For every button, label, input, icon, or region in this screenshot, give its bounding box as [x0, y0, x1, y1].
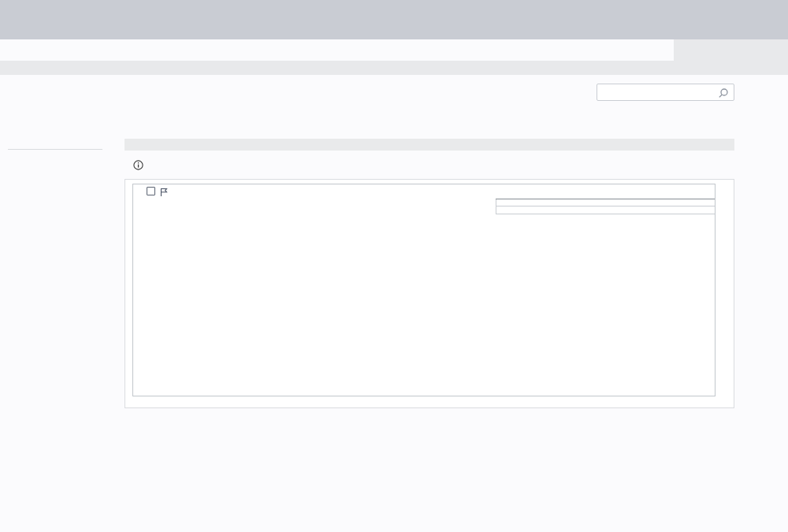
- gantt-webpart: [132, 184, 716, 396]
- table-header-row: [133, 184, 494, 199]
- gantt-toolbar: [496, 184, 715, 199]
- search-icon[interactable]: [718, 87, 729, 102]
- action-bar: [0, 61, 788, 75]
- sidebar-divider: [8, 149, 102, 150]
- webpart-title-row: [125, 159, 143, 173]
- top-banner: [0, 39, 788, 61]
- app-window: [0, 0, 788, 532]
- info-icon[interactable]: [133, 159, 143, 173]
- view-tabstrip: [125, 139, 734, 151]
- window-titlebar: [0, 0, 788, 39]
- select-all-checkbox[interactable]: [147, 187, 155, 195]
- suite-bar: [0, 39, 674, 61]
- search-box[interactable]: [597, 84, 734, 101]
- flag-column-icon[interactable]: [159, 186, 169, 200]
- help-button[interactable]: [771, 177, 788, 203]
- gantt-timescale-weeks: [496, 206, 715, 214]
- gantt-chart-area: [496, 214, 715, 396]
- suite-bar-right: [674, 39, 788, 61]
- search-input[interactable]: [604, 84, 710, 102]
- gantt-timescale-months: [496, 199, 715, 206]
